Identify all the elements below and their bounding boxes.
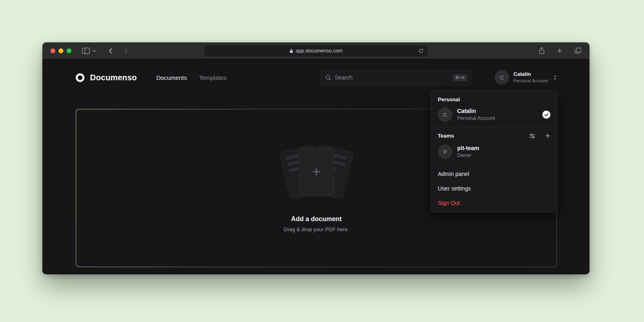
lock-icon: [289, 48, 293, 53]
forward-button-icon[interactable]: [124, 48, 128, 54]
create-team-plus-icon[interactable]: [545, 133, 550, 138]
dropzone-subtitle: Drag & drop your PDF here.: [284, 226, 349, 232]
new-tab-plus-icon[interactable]: [557, 48, 562, 54]
account-menu-button[interactable]: C Catalin Personal Account: [495, 70, 557, 85]
close-window-button[interactable]: [50, 48, 55, 53]
documenso-logo-icon: [75, 72, 86, 83]
account-dropdown-menu: Personal C Catalin Personal Account: [431, 90, 557, 212]
dropzone-title: Add a document: [291, 215, 341, 223]
menu-item-sign-out[interactable]: Sign Out: [431, 196, 557, 210]
nav-item-documents[interactable]: Documents: [156, 74, 187, 81]
share-icon[interactable]: [539, 47, 545, 54]
sidebar-toggle-icon[interactable]: [82, 48, 90, 54]
team-role: Owner: [457, 152, 479, 159]
account-type: Personal Account: [513, 78, 548, 84]
account-name: Catalin: [513, 71, 548, 78]
primary-nav: Documents Templates: [156, 74, 226, 81]
chevron-up-down-icon: [553, 74, 557, 81]
search-icon: [325, 75, 331, 81]
team-row[interactable]: P pit-team Owner: [431, 142, 557, 165]
personal-section-label: Personal: [431, 91, 557, 105]
address-bar[interactable]: app.documenso.com: [205, 45, 427, 56]
personal-account-name: Catalin: [457, 107, 495, 115]
teams-section-header: Teams: [431, 128, 557, 142]
back-button-icon[interactable]: [109, 48, 113, 54]
app-header: Documenso Documents Templates ⌘+K C: [42, 59, 590, 85]
minimize-window-button[interactable]: [59, 48, 63, 53]
team-avatar: P: [438, 144, 452, 159]
sidebar-chevron-down-icon[interactable]: [92, 49, 96, 52]
menu-items: Admin panel User settings Sign Out: [431, 165, 557, 210]
brand-logo-link[interactable]: Documenso: [75, 72, 137, 83]
history-buttons: [109, 48, 128, 54]
account-meta: Catalin Personal Account: [513, 71, 548, 84]
window-controls: [42, 48, 71, 53]
document-cards-illustration: +: [272, 144, 361, 201]
search-shortcut-badge: ⌘+K: [452, 74, 468, 82]
search-input[interactable]: [335, 74, 449, 81]
brand-name: Documenso: [90, 73, 137, 82]
menu-item-user-settings[interactable]: User settings: [431, 181, 557, 196]
teams-actions: [529, 133, 550, 139]
team-name: pit-team: [457, 144, 479, 152]
personal-account-row[interactable]: C Catalin Personal Account: [431, 105, 557, 128]
personal-account-meta: Catalin Personal Account: [457, 107, 495, 121]
avatar: C: [495, 70, 509, 85]
selected-check-icon: [542, 111, 550, 119]
url-text: app.documenso.com: [296, 48, 343, 54]
avatar: C: [438, 107, 452, 122]
documenso-app: Documenso Documents Templates ⌘+K C: [42, 59, 590, 274]
refresh-icon[interactable]: [418, 48, 424, 53]
menu-item-admin-panel[interactable]: Admin panel: [431, 167, 557, 181]
nav-item-templates[interactable]: Templates: [199, 74, 226, 81]
card-center: +: [299, 148, 334, 196]
browser-window: app.documenso.com: [42, 42, 590, 274]
personal-account-type: Personal Account: [457, 115, 495, 121]
search-bar[interactable]: ⌘+K: [321, 70, 472, 85]
tab-overview-icon[interactable]: [575, 48, 581, 54]
manage-teams-sliders-icon[interactable]: [529, 133, 535, 139]
team-meta: pit-team Owner: [457, 144, 479, 159]
plus-icon: +: [312, 165, 320, 179]
titlebar-right-controls: [539, 47, 581, 54]
teams-section-label: Teams: [438, 133, 454, 139]
titlebar-left-controls: [82, 48, 128, 54]
maximize-window-button[interactable]: [67, 48, 71, 53]
browser-titlebar: app.documenso.com: [42, 42, 590, 59]
